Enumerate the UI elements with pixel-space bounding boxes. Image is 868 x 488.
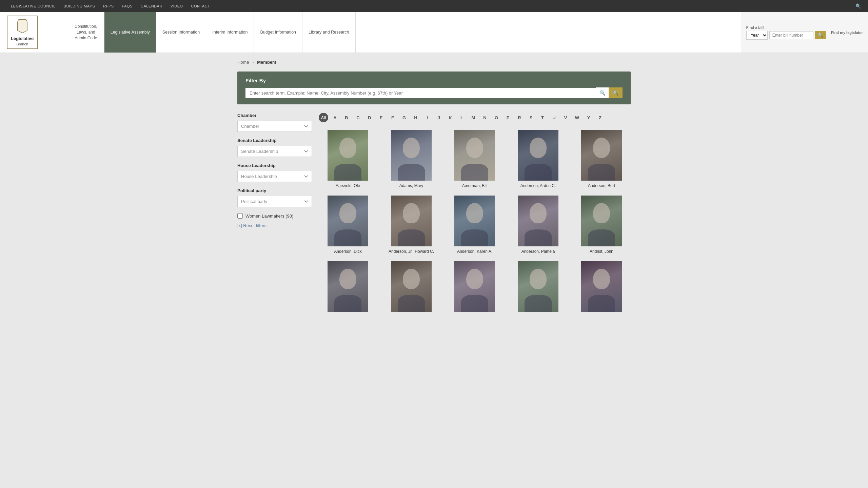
breadcrumb: Home › Members: [237, 60, 631, 65]
member-card[interactable]: Anderson, Arden C.: [509, 130, 567, 189]
breadcrumb-home[interactable]: Home: [237, 60, 249, 65]
women-lawmakers-label: Women Lawmakers (98): [245, 214, 293, 219]
main-nav-tabs: Legislative Assembly Session Information…: [104, 12, 356, 53]
member-card[interactable]: Anderson, Karen A.: [446, 196, 504, 255]
face-silhouette: [339, 138, 356, 158]
alpha-b[interactable]: B: [342, 113, 351, 122]
breadcrumb-separator: ›: [252, 60, 254, 65]
tab-budget-info[interactable]: Budget Information: [254, 12, 302, 53]
women-lawmakers-checkbox[interactable]: [237, 213, 243, 219]
member-photo: [518, 196, 558, 246]
alpha-e[interactable]: E: [376, 113, 386, 122]
alpha-h[interactable]: H: [411, 113, 420, 122]
tab-legislative-assembly[interactable]: Legislative Assembly: [104, 12, 156, 53]
alpha-s[interactable]: S: [526, 113, 536, 122]
find-bill-button[interactable]: 🔍: [815, 31, 826, 39]
alpha-p[interactable]: P: [503, 113, 513, 122]
bill-finder: Find a bill Year 🔍 Find my legislator: [741, 12, 868, 53]
member-name: Anderson, Karen A.: [457, 249, 492, 255]
alpha-r[interactable]: R: [515, 113, 524, 122]
member-name: Anderson, Pamela: [521, 249, 555, 255]
member-name: Aarsvold, Ole: [336, 183, 360, 189]
alpha-i[interactable]: I: [422, 113, 432, 122]
alpha-g[interactable]: G: [399, 113, 409, 122]
member-photo: [454, 196, 495, 246]
member-card[interactable]: Andrist, John: [572, 196, 631, 255]
alpha-t[interactable]: T: [538, 113, 547, 122]
bill-number-input[interactable]: [769, 31, 813, 39]
chamber-select[interactable]: Chamber: [237, 121, 312, 132]
alpha-l[interactable]: L: [457, 113, 467, 122]
reset-filters-link[interactable]: [x] Reset filters: [237, 223, 267, 228]
alpha-all-button[interactable]: All: [319, 113, 328, 122]
topnav-video[interactable]: Video: [166, 4, 187, 8]
alpha-a[interactable]: A: [330, 113, 340, 122]
topnav-rfps[interactable]: RFPs: [99, 4, 118, 8]
member-card[interactable]: Anderson, Jr., Howard C.: [382, 196, 440, 255]
member-photo: [391, 196, 432, 246]
alpha-m[interactable]: M: [469, 113, 478, 122]
alpha-c[interactable]: C: [353, 113, 363, 122]
filter-search-input[interactable]: [245, 88, 596, 98]
member-name: Adams, Mary: [399, 183, 423, 189]
alpha-v[interactable]: V: [561, 113, 570, 122]
member-card[interactable]: [509, 261, 567, 314]
logo-box[interactable]: Legislative Branch: [7, 16, 38, 49]
alpha-k[interactable]: K: [446, 113, 455, 122]
topnav-calendar[interactable]: Calendar: [137, 4, 166, 8]
senate-leadership-label: Senate Leadership: [237, 138, 312, 143]
topnav-legislative-council[interactable]: Legislative Council: [7, 4, 60, 8]
year-select[interactable]: Year: [746, 31, 768, 40]
house-leadership-select[interactable]: House Leadership: [237, 171, 312, 182]
member-card[interactable]: Anderson, Bert: [572, 130, 631, 189]
political-party-select[interactable]: Political party: [237, 196, 312, 207]
chamber-filter-section: Chamber Chamber: [237, 113, 312, 132]
topnav-faqs[interactable]: FAQs: [118, 4, 137, 8]
state-outline-icon: [16, 18, 29, 34]
tab-session-info[interactable]: Session Information: [156, 12, 206, 53]
search-icon[interactable]: 🔍: [855, 3, 861, 9]
face-silhouette: [593, 269, 610, 289]
alpha-u[interactable]: U: [549, 113, 559, 122]
page-wrapper: Home › Members Filter By 🔍 🔍 Chamber Cha…: [231, 53, 637, 321]
alpha-d[interactable]: D: [365, 113, 374, 122]
member-card[interactable]: Adams, Mary: [382, 130, 440, 189]
member-name: Anderson, Jr., Howard C.: [389, 249, 434, 255]
member-card[interactable]: [446, 261, 504, 314]
filter-search-button[interactable]: 🔍: [609, 87, 623, 98]
member-card[interactable]: Aarsvold, Ole: [319, 130, 377, 189]
face-silhouette: [466, 269, 483, 289]
tab-library-research[interactable]: Library and Research: [302, 12, 356, 53]
alpha-f[interactable]: F: [388, 113, 397, 122]
member-photo: [454, 261, 495, 312]
constitution-nav[interactable]: Constitution, Laws, and Admin Code: [68, 12, 104, 53]
chamber-label: Chamber: [237, 113, 312, 118]
member-photo: [391, 261, 432, 312]
body-silhouette: [588, 295, 615, 312]
topnav-contact[interactable]: Contact: [187, 4, 214, 8]
alpha-n[interactable]: N: [480, 113, 490, 122]
member-name: Anderson, Bert: [588, 183, 615, 189]
alpha-z[interactable]: Z: [595, 113, 605, 122]
alpha-o[interactable]: O: [492, 113, 501, 122]
face-silhouette: [403, 138, 420, 158]
body-silhouette: [334, 229, 361, 246]
tab-interim-info[interactable]: Interim Information: [206, 12, 254, 53]
find-legislator-group: Find my legislator: [831, 30, 863, 35]
sidebar: Chamber Chamber Senate Leadership Senate…: [237, 113, 312, 228]
member-card[interactable]: [319, 261, 377, 314]
alphabet-navigation: All A B C D E F G H I J K L M N O P R S …: [319, 113, 631, 122]
topnav-building-maps[interactable]: Building Maps: [60, 4, 99, 8]
alpha-w[interactable]: W: [572, 113, 582, 122]
member-card[interactable]: [382, 261, 440, 314]
member-photo: [518, 261, 558, 312]
senate-leadership-select[interactable]: Senate Leadership: [237, 146, 312, 157]
alpha-j[interactable]: J: [434, 113, 443, 122]
member-name: Anderson, Dick: [334, 249, 361, 255]
member-card[interactable]: Amerman, Bill: [446, 130, 504, 189]
member-card[interactable]: Anderson, Dick: [319, 196, 377, 255]
member-card[interactable]: Anderson, Pamela: [509, 196, 567, 255]
alpha-y[interactable]: Y: [584, 113, 593, 122]
member-photo: [391, 130, 432, 181]
member-card[interactable]: [572, 261, 631, 314]
